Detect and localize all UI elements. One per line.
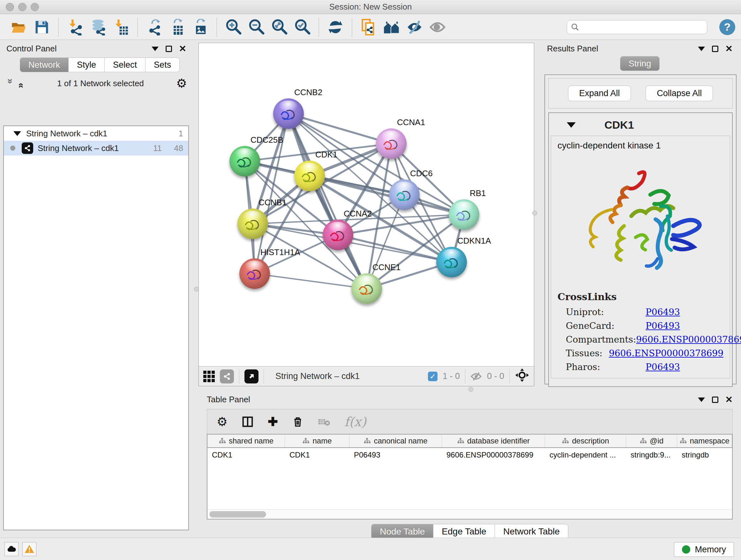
zoom-in-button[interactable] bbox=[224, 18, 243, 37]
column-header-databaseidentifier[interactable]: database identifier bbox=[442, 435, 545, 447]
panel-menu-icon[interactable] bbox=[151, 47, 158, 51]
column-header-id[interactable]: @id bbox=[626, 435, 677, 447]
expand-all-button[interactable]: Expand All bbox=[568, 85, 631, 101]
cell-sharedname[interactable]: CDK1 bbox=[207, 448, 285, 462]
open-session-button[interactable] bbox=[10, 18, 28, 37]
cloud-status-button[interactable] bbox=[4, 542, 18, 556]
left-splitter-handle[interactable] bbox=[194, 287, 199, 292]
crosslink-link[interactable]: P06493 bbox=[646, 307, 680, 317]
grid-view-icon[interactable] bbox=[203, 371, 215, 382]
cell-databaseidentifier[interactable]: 9606.ENSP00000378699 bbox=[442, 448, 545, 462]
minimize-window-button[interactable] bbox=[18, 3, 26, 11]
network-options-gear-icon[interactable]: ⚙ bbox=[176, 77, 187, 89]
show-hidden-button[interactable] bbox=[428, 18, 447, 37]
table-horizontal-scrollbar[interactable] bbox=[207, 509, 732, 519]
network-canvas[interactable]: CCNB2 CCNA1 CDC25B CDK1 CDC6 RB1 CCNB1 C… bbox=[199, 43, 534, 366]
scrollbar-thumb[interactable] bbox=[209, 511, 266, 517]
cell-name[interactable]: CDK1 bbox=[285, 448, 349, 462]
crosslink-link[interactable]: 9606.ENSP00000378699 bbox=[609, 348, 724, 359]
table-row[interactable]: CDK1CDK1P064939606.ENSP00000378699cyclin… bbox=[207, 448, 732, 462]
warnings-button[interactable] bbox=[22, 542, 37, 556]
network-view-share-icon[interactable] bbox=[220, 369, 234, 383]
show-columns-icon[interactable] bbox=[242, 416, 254, 428]
birds-eye-view-icon[interactable] bbox=[245, 369, 259, 383]
node-hist1h1a[interactable] bbox=[239, 258, 270, 289]
collapse-collection-icon[interactable] bbox=[13, 131, 21, 136]
export-table-button[interactable] bbox=[168, 18, 186, 37]
column-header-namespace[interactable]: namespace bbox=[677, 435, 732, 447]
table-float-icon[interactable] bbox=[712, 396, 718, 403]
panel-float-icon[interactable] bbox=[165, 46, 172, 52]
cell-canonicalname[interactable]: P06493 bbox=[349, 448, 442, 462]
node-cdkn1a[interactable] bbox=[436, 247, 467, 277]
bottom-splitter-handle[interactable] bbox=[468, 387, 473, 392]
column-header-canonicalname[interactable]: canonical name bbox=[349, 435, 442, 447]
column-header-description[interactable]: description bbox=[545, 435, 626, 447]
tab-network-table[interactable]: Network Table bbox=[495, 524, 568, 539]
table-menu-icon[interactable] bbox=[698, 397, 705, 402]
memory-button[interactable]: Memory bbox=[674, 542, 734, 557]
cell-namespace[interactable]: stringdb bbox=[677, 448, 732, 462]
node-cdc6[interactable] bbox=[389, 179, 420, 210]
gene-section-header[interactable]: CDK1 bbox=[549, 113, 732, 136]
crosslink-link[interactable]: P06493 bbox=[646, 362, 680, 372]
table-options-gear-icon[interactable]: ⚙ bbox=[217, 415, 227, 429]
cell-description[interactable]: cyclin-dependent ... bbox=[545, 448, 626, 462]
export-network-button[interactable] bbox=[145, 18, 163, 37]
node-ccna2[interactable] bbox=[323, 220, 353, 250]
tab-network[interactable]: Network bbox=[20, 57, 69, 72]
show-all-button[interactable] bbox=[382, 18, 401, 37]
node-ccnb2[interactable] bbox=[273, 98, 304, 129]
refresh-button[interactable] bbox=[326, 18, 345, 37]
import-network-from-database-button[interactable] bbox=[89, 18, 107, 37]
node-ccna1[interactable] bbox=[376, 128, 407, 159]
export-image-button[interactable] bbox=[191, 18, 209, 37]
network-collection-row[interactable]: String Network – cdk1 1 bbox=[4, 126, 188, 141]
maximize-window-button[interactable] bbox=[30, 3, 39, 11]
tab-edge-table[interactable]: Edge Table bbox=[433, 524, 495, 539]
collapse-gene-icon[interactable] bbox=[567, 122, 576, 128]
node-cdk1[interactable] bbox=[294, 161, 325, 191]
hide-selected-button[interactable] bbox=[405, 18, 424, 37]
delete-column-trash-icon[interactable] bbox=[292, 416, 304, 428]
copy-style-button[interactable] bbox=[359, 18, 378, 37]
tab-select[interactable]: Select bbox=[105, 57, 145, 72]
add-column-icon[interactable]: ✚ bbox=[268, 415, 278, 429]
right-splitter-handle[interactable] bbox=[532, 211, 537, 215]
column-header-name[interactable]: name bbox=[285, 435, 349, 447]
selected-indicator-checkbox[interactable]: ✓ bbox=[428, 372, 437, 381]
crosslink-link[interactable]: 9606.ENSP00000378699 bbox=[636, 334, 741, 345]
collapse-all-tree-icon[interactable]: » bbox=[15, 78, 25, 88]
import-table-button[interactable] bbox=[112, 18, 130, 37]
edge-CCNB2-CCNA1[interactable] bbox=[288, 114, 391, 144]
expand-all-tree-icon[interactable]: » bbox=[5, 78, 16, 88]
node-rb1[interactable] bbox=[449, 199, 479, 230]
search-box[interactable] bbox=[567, 20, 707, 34]
pan-crosshair-icon[interactable] bbox=[515, 368, 529, 385]
node-ccnb1[interactable] bbox=[238, 208, 268, 239]
help-button[interactable]: ? bbox=[719, 19, 735, 35]
save-session-button[interactable] bbox=[32, 18, 51, 37]
column-header-sharedname[interactable]: shared name bbox=[207, 435, 285, 447]
close-window-button[interactable] bbox=[6, 3, 14, 11]
results-close-icon[interactable]: ✕ bbox=[725, 44, 733, 53]
zoom-out-button[interactable] bbox=[247, 18, 266, 37]
zoom-selected-button[interactable] bbox=[293, 18, 312, 37]
cell-id[interactable]: stringdb:9... bbox=[626, 448, 677, 462]
network-row[interactable]: String Network – cdk1 1148 bbox=[4, 141, 188, 155]
results-menu-icon[interactable] bbox=[698, 47, 705, 51]
tab-style[interactable]: Style bbox=[69, 57, 105, 72]
crosslink-link[interactable]: P06493 bbox=[646, 320, 680, 331]
zoom-fit-button[interactable] bbox=[270, 18, 288, 37]
import-network-button[interactable] bbox=[66, 18, 84, 37]
node-cdc25b[interactable] bbox=[229, 146, 260, 177]
edge-HIST1H1A-CCNE1[interactable] bbox=[255, 273, 367, 289]
search-input[interactable] bbox=[582, 23, 700, 32]
collapse-all-button[interactable]: Collapse All bbox=[646, 85, 713, 101]
panel-close-icon[interactable]: ✕ bbox=[179, 44, 186, 53]
tab-string[interactable]: String bbox=[620, 56, 660, 71]
tab-sets[interactable]: Sets bbox=[145, 57, 180, 72]
node-ccne1[interactable] bbox=[351, 273, 382, 304]
tab-node-table[interactable]: Node Table bbox=[371, 524, 433, 539]
table-close-icon[interactable]: ✕ bbox=[725, 395, 733, 404]
